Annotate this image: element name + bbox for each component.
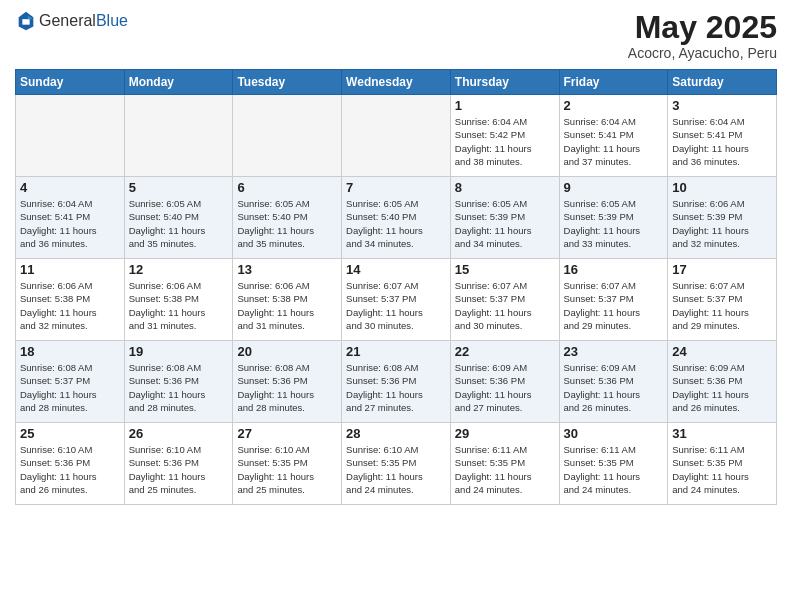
table-row: 20Sunrise: 6:08 AM Sunset: 5:36 PM Dayli… [233, 341, 342, 423]
table-row [16, 95, 125, 177]
day-info: Sunrise: 6:05 AM Sunset: 5:39 PM Dayligh… [455, 197, 555, 250]
table-row: 8Sunrise: 6:05 AM Sunset: 5:39 PM Daylig… [450, 177, 559, 259]
day-number: 5 [129, 180, 229, 195]
day-info: Sunrise: 6:05 AM Sunset: 5:40 PM Dayligh… [129, 197, 229, 250]
day-info: Sunrise: 6:05 AM Sunset: 5:39 PM Dayligh… [564, 197, 664, 250]
day-info: Sunrise: 6:04 AM Sunset: 5:42 PM Dayligh… [455, 115, 555, 168]
day-info: Sunrise: 6:06 AM Sunset: 5:38 PM Dayligh… [20, 279, 120, 332]
logo-icon [15, 10, 37, 32]
day-info: Sunrise: 6:04 AM Sunset: 5:41 PM Dayligh… [20, 197, 120, 250]
table-row: 25Sunrise: 6:10 AM Sunset: 5:36 PM Dayli… [16, 423, 125, 505]
table-row: 16Sunrise: 6:07 AM Sunset: 5:37 PM Dayli… [559, 259, 668, 341]
month-title: May 2025 [628, 10, 777, 45]
title-section: May 2025 Acocro, Ayacucho, Peru [628, 10, 777, 61]
calendar-table: Sunday Monday Tuesday Wednesday Thursday… [15, 69, 777, 505]
table-row: 22Sunrise: 6:09 AM Sunset: 5:36 PM Dayli… [450, 341, 559, 423]
table-row: 24Sunrise: 6:09 AM Sunset: 5:36 PM Dayli… [668, 341, 777, 423]
day-info: Sunrise: 6:11 AM Sunset: 5:35 PM Dayligh… [455, 443, 555, 496]
logo: GeneralBlue [15, 10, 128, 32]
table-row: 3Sunrise: 6:04 AM Sunset: 5:41 PM Daylig… [668, 95, 777, 177]
calendar-week-row: 18Sunrise: 6:08 AM Sunset: 5:37 PM Dayli… [16, 341, 777, 423]
day-info: Sunrise: 6:07 AM Sunset: 5:37 PM Dayligh… [672, 279, 772, 332]
day-info: Sunrise: 6:08 AM Sunset: 5:36 PM Dayligh… [346, 361, 446, 414]
day-info: Sunrise: 6:09 AM Sunset: 5:36 PM Dayligh… [455, 361, 555, 414]
calendar-week-row: 11Sunrise: 6:06 AM Sunset: 5:38 PM Dayli… [16, 259, 777, 341]
table-row: 13Sunrise: 6:06 AM Sunset: 5:38 PM Dayli… [233, 259, 342, 341]
col-friday: Friday [559, 70, 668, 95]
logo-text: GeneralBlue [39, 12, 128, 30]
col-monday: Monday [124, 70, 233, 95]
day-info: Sunrise: 6:09 AM Sunset: 5:36 PM Dayligh… [564, 361, 664, 414]
table-row: 28Sunrise: 6:10 AM Sunset: 5:35 PM Dayli… [342, 423, 451, 505]
table-row: 12Sunrise: 6:06 AM Sunset: 5:38 PM Dayli… [124, 259, 233, 341]
day-number: 22 [455, 344, 555, 359]
day-info: Sunrise: 6:10 AM Sunset: 5:35 PM Dayligh… [237, 443, 337, 496]
table-row: 29Sunrise: 6:11 AM Sunset: 5:35 PM Dayli… [450, 423, 559, 505]
day-number: 10 [672, 180, 772, 195]
table-row: 15Sunrise: 6:07 AM Sunset: 5:37 PM Dayli… [450, 259, 559, 341]
col-saturday: Saturday [668, 70, 777, 95]
col-sunday: Sunday [16, 70, 125, 95]
day-number: 30 [564, 426, 664, 441]
day-number: 19 [129, 344, 229, 359]
day-number: 11 [20, 262, 120, 277]
day-number: 13 [237, 262, 337, 277]
location-subtitle: Acocro, Ayacucho, Peru [628, 45, 777, 61]
day-info: Sunrise: 6:05 AM Sunset: 5:40 PM Dayligh… [346, 197, 446, 250]
day-number: 3 [672, 98, 772, 113]
table-row: 5Sunrise: 6:05 AM Sunset: 5:40 PM Daylig… [124, 177, 233, 259]
day-number: 17 [672, 262, 772, 277]
day-number: 20 [237, 344, 337, 359]
day-number: 16 [564, 262, 664, 277]
table-row: 23Sunrise: 6:09 AM Sunset: 5:36 PM Dayli… [559, 341, 668, 423]
calendar-header-row: Sunday Monday Tuesday Wednesday Thursday… [16, 70, 777, 95]
day-number: 4 [20, 180, 120, 195]
day-info: Sunrise: 6:06 AM Sunset: 5:38 PM Dayligh… [129, 279, 229, 332]
table-row: 26Sunrise: 6:10 AM Sunset: 5:36 PM Dayli… [124, 423, 233, 505]
table-row: 31Sunrise: 6:11 AM Sunset: 5:35 PM Dayli… [668, 423, 777, 505]
day-number: 24 [672, 344, 772, 359]
day-info: Sunrise: 6:08 AM Sunset: 5:36 PM Dayligh… [129, 361, 229, 414]
day-info: Sunrise: 6:07 AM Sunset: 5:37 PM Dayligh… [455, 279, 555, 332]
day-info: Sunrise: 6:10 AM Sunset: 5:36 PM Dayligh… [20, 443, 120, 496]
table-row: 21Sunrise: 6:08 AM Sunset: 5:36 PM Dayli… [342, 341, 451, 423]
day-number: 9 [564, 180, 664, 195]
header: GeneralBlue May 2025 Acocro, Ayacucho, P… [15, 10, 777, 61]
day-number: 7 [346, 180, 446, 195]
day-number: 1 [455, 98, 555, 113]
table-row: 4Sunrise: 6:04 AM Sunset: 5:41 PM Daylig… [16, 177, 125, 259]
day-info: Sunrise: 6:04 AM Sunset: 5:41 PM Dayligh… [564, 115, 664, 168]
day-number: 6 [237, 180, 337, 195]
day-number: 15 [455, 262, 555, 277]
calendar-week-row: 4Sunrise: 6:04 AM Sunset: 5:41 PM Daylig… [16, 177, 777, 259]
day-info: Sunrise: 6:06 AM Sunset: 5:38 PM Dayligh… [237, 279, 337, 332]
table-row: 19Sunrise: 6:08 AM Sunset: 5:36 PM Dayli… [124, 341, 233, 423]
day-number: 29 [455, 426, 555, 441]
table-row: 2Sunrise: 6:04 AM Sunset: 5:41 PM Daylig… [559, 95, 668, 177]
logo-general: General [39, 12, 96, 29]
table-row [233, 95, 342, 177]
day-info: Sunrise: 6:07 AM Sunset: 5:37 PM Dayligh… [564, 279, 664, 332]
day-number: 12 [129, 262, 229, 277]
table-row: 30Sunrise: 6:11 AM Sunset: 5:35 PM Dayli… [559, 423, 668, 505]
table-row: 10Sunrise: 6:06 AM Sunset: 5:39 PM Dayli… [668, 177, 777, 259]
day-number: 27 [237, 426, 337, 441]
day-number: 25 [20, 426, 120, 441]
day-number: 8 [455, 180, 555, 195]
table-row: 9Sunrise: 6:05 AM Sunset: 5:39 PM Daylig… [559, 177, 668, 259]
table-row [342, 95, 451, 177]
day-number: 28 [346, 426, 446, 441]
day-info: Sunrise: 6:07 AM Sunset: 5:37 PM Dayligh… [346, 279, 446, 332]
table-row: 18Sunrise: 6:08 AM Sunset: 5:37 PM Dayli… [16, 341, 125, 423]
day-number: 14 [346, 262, 446, 277]
col-tuesday: Tuesday [233, 70, 342, 95]
day-info: Sunrise: 6:11 AM Sunset: 5:35 PM Dayligh… [564, 443, 664, 496]
day-number: 2 [564, 98, 664, 113]
day-number: 23 [564, 344, 664, 359]
table-row: 11Sunrise: 6:06 AM Sunset: 5:38 PM Dayli… [16, 259, 125, 341]
table-row [124, 95, 233, 177]
day-number: 21 [346, 344, 446, 359]
day-info: Sunrise: 6:10 AM Sunset: 5:35 PM Dayligh… [346, 443, 446, 496]
table-row: 14Sunrise: 6:07 AM Sunset: 5:37 PM Dayli… [342, 259, 451, 341]
table-row: 6Sunrise: 6:05 AM Sunset: 5:40 PM Daylig… [233, 177, 342, 259]
